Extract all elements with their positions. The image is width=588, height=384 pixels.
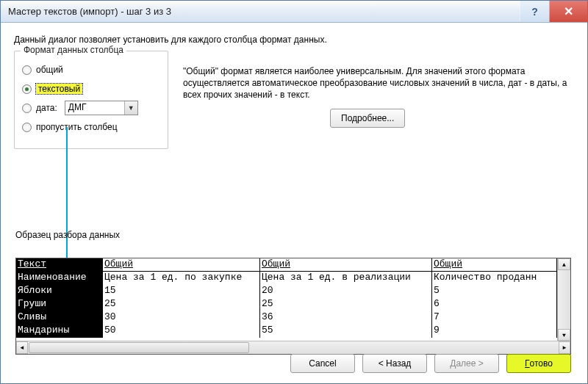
back-button[interactable]: < Назад [362, 354, 427, 373]
table-cell: 25 [103, 298, 260, 311]
next-button: Далее > [434, 354, 499, 373]
wizard-window: Мастер текстов (импорт) - шаг 3 из 3 ? ✕… [0, 0, 588, 384]
more-button[interactable]: Подробнее... [330, 109, 405, 128]
table-cell: 20 [260, 285, 432, 298]
table-cell: 36 [260, 311, 432, 325]
vertical-scrollbar[interactable]: ▲ ▼ [557, 258, 570, 341]
more-button-label: Подробнее... [341, 113, 394, 123]
close-button[interactable]: ✕ [549, 1, 587, 22]
table-cell: Цена за 1 ед. в реализации [260, 272, 432, 285]
preview-header[interactable]: Общий [103, 258, 260, 271]
radio-date-label: дата: [36, 103, 57, 113]
date-format-value: ДМГ [65, 101, 124, 115]
preview-body: НаименованиеЦена за 1 ед. по закупкеЦена… [16, 272, 557, 338]
table-row: Яблоки15205 [16, 285, 557, 298]
group-legend: Формат данных столбца [21, 45, 126, 55]
table-cell: 9 [432, 325, 557, 338]
table-cell: 30 [103, 311, 260, 325]
table-row: НаименованиеЦена за 1 ед. по закупкеЦена… [16, 272, 557, 285]
chevron-down-icon: ▼ [124, 101, 137, 115]
description-pane: "Общий" формат является наиболее универс… [183, 65, 573, 128]
window-title: Мастер текстов (импорт) - шаг 3 из 3 [8, 6, 520, 17]
table-row: Мандарины50559 [16, 325, 557, 338]
table-cell: 7 [432, 311, 557, 325]
scroll-thumb[interactable] [29, 342, 249, 353]
table-cell: 50 [103, 325, 260, 338]
date-format-select[interactable]: ДМГ ▼ [65, 101, 138, 115]
preview-header[interactable]: Текст [16, 258, 103, 271]
table-cell: Цена за 1 ед. по закупке [103, 272, 260, 285]
radio-general[interactable] [22, 65, 32, 75]
cancel-label: Cancel [309, 358, 336, 369]
cancel-button[interactable]: Cancel [290, 354, 355, 373]
intro-text: Данный диалог позволяет установить для к… [14, 35, 574, 45]
table-cell: Мандарины [16, 325, 103, 338]
titlebar: Мастер текстов (импорт) - шаг 3 из 3 ? ✕ [1, 1, 587, 23]
radio-date[interactable] [22, 104, 32, 113]
radio-skip[interactable] [22, 123, 32, 132]
radio-date-row[interactable]: дата: ДМГ ▼ [22, 100, 160, 116]
table-cell: Количество проданн [432, 272, 557, 285]
preview-header-row: Текст Общий Общий Общий [16, 258, 557, 272]
table-row: Сливы30367 [16, 311, 557, 325]
back-label: < Назад [379, 358, 412, 369]
table-cell: Груши [16, 298, 103, 311]
wizard-footer: Cancel < Назад Далее > Готово [290, 354, 571, 373]
scroll-track[interactable] [558, 270, 570, 329]
format-description: "Общий" формат является наиболее универс… [183, 65, 573, 101]
sample-label: Образец разбора данных [15, 230, 120, 240]
finish-button[interactable]: Готово [506, 354, 571, 373]
table-cell: 5 [432, 285, 557, 298]
table-cell: 55 [260, 325, 432, 338]
table-cell: 15 [103, 285, 260, 298]
close-icon: ✕ [564, 4, 573, 18]
dialog-content: Данный диалог позволяет установить для к… [1, 23, 587, 383]
annotation-arrow [62, 127, 76, 274]
preview-header[interactable]: Общий [432, 258, 557, 271]
table-cell: 6 [432, 298, 557, 311]
horizontal-scrollbar[interactable]: ◄ ► [16, 341, 570, 354]
radio-general-label: общий [36, 65, 63, 75]
radio-text-row[interactable]: текстовый [22, 81, 160, 97]
scroll-down-icon[interactable]: ▼ [558, 329, 570, 341]
finish-label-rest: отово [530, 358, 553, 369]
table-cell: 25 [260, 298, 432, 311]
radio-skip-label: пропустить столбец [36, 122, 118, 132]
radio-text-label: текстовый [36, 84, 82, 94]
table-row: Груши25256 [16, 298, 557, 311]
table-cell: Наименование [16, 272, 103, 285]
next-label: Далее > [450, 358, 484, 369]
sample-preview: Текст Общий Общий Общий НаименованиеЦена… [15, 258, 571, 355]
table-cell: Яблоки [16, 285, 103, 298]
help-button[interactable]: ? [520, 1, 549, 22]
scroll-left-icon[interactable]: ◄ [16, 341, 28, 354]
column-format-group: Формат данных столбца общий текстовый да… [14, 51, 168, 149]
radio-general-row[interactable]: общий [22, 62, 160, 78]
radio-text[interactable] [22, 84, 32, 94]
scroll-track[interactable] [250, 341, 559, 354]
preview-header[interactable]: Общий [260, 258, 432, 271]
table-cell: Сливы [16, 311, 103, 325]
radio-skip-row[interactable]: пропустить столбец [22, 119, 160, 135]
scroll-up-icon[interactable]: ▲ [558, 258, 570, 270]
scroll-right-icon[interactable]: ► [559, 341, 570, 354]
